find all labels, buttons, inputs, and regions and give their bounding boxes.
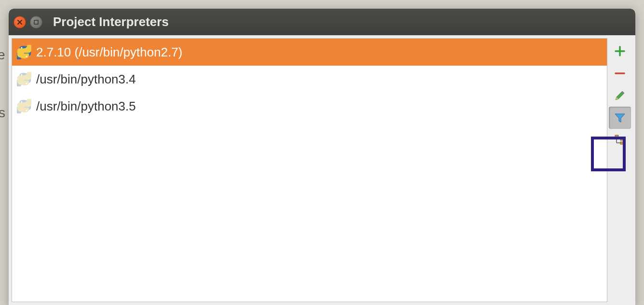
svg-point-7 <box>21 101 22 103</box>
python-icon <box>17 45 31 59</box>
svg-point-5 <box>21 74 22 76</box>
minus-icon <box>614 67 626 80</box>
svg-point-6 <box>26 83 27 84</box>
window-minimize-button[interactable] <box>30 16 42 28</box>
svg-rect-13 <box>620 138 624 140</box>
interpreter-label: 2.7.10 (/usr/bin/python2.7) <box>36 45 183 60</box>
interpreter-toolbar <box>607 38 632 302</box>
interpreter-item-selected[interactable]: 2.7.10 (/usr/bin/python2.7) <box>12 39 607 66</box>
svg-point-8 <box>26 110 27 111</box>
dialog-body: 2.7.10 (/usr/bin/python2.7) /usr/bin/pyt… <box>9 35 635 305</box>
show-paths-button[interactable] <box>609 129 631 151</box>
interpreter-item[interactable]: /usr/bin/python3.5 <box>12 93 607 120</box>
edit-interpreter-button[interactable] <box>609 84 631 107</box>
interpreter-list[interactable]: 2.7.10 (/usr/bin/python2.7) /usr/bin/pyt… <box>12 38 607 302</box>
window-close-button[interactable] <box>13 16 26 28</box>
svg-rect-12 <box>615 135 618 138</box>
filter-interpreters-button[interactable] <box>609 107 631 129</box>
interpreter-label: /usr/bin/python3.5 <box>36 99 136 114</box>
plus-icon <box>614 45 626 57</box>
svg-point-4 <box>26 55 27 57</box>
tree-icon <box>614 134 626 146</box>
interpreter-item[interactable]: /usr/bin/python3.4 <box>12 66 607 93</box>
minimize-icon <box>33 19 39 25</box>
project-interpreters-dialog: Project Interpreters 2.7.10 (/usr/bin/py… <box>9 9 635 305</box>
python-icon <box>17 99 31 113</box>
title-bar: Project Interpreters <box>9 9 635 35</box>
dialog-title: Project Interpreters <box>53 14 169 29</box>
svg-rect-2 <box>34 20 38 24</box>
interpreter-label: /usr/bin/python3.4 <box>36 72 136 87</box>
funnel-icon <box>614 111 626 124</box>
add-interpreter-button[interactable] <box>609 40 631 62</box>
svg-point-3 <box>21 47 22 49</box>
remove-interpreter-button[interactable] <box>609 62 631 84</box>
svg-rect-14 <box>620 142 624 144</box>
pencil-icon <box>614 89 626 102</box>
close-icon <box>17 19 23 25</box>
python-icon <box>17 72 31 86</box>
